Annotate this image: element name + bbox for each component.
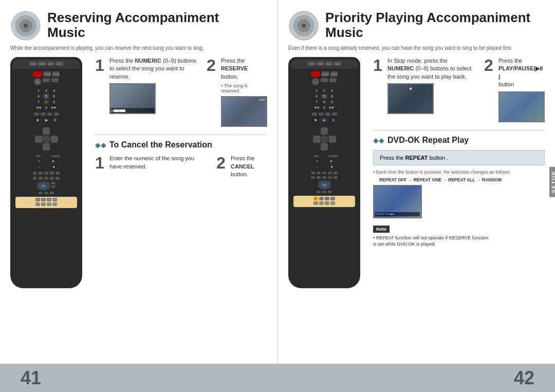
left-steps: 1 Press the NUMERIC (0–9) buttons to sel… bbox=[95, 57, 267, 288]
spacer-mid2 bbox=[44, 159, 49, 163]
remote-body: DISC TUNER AUX DISC ALBUM COLOR bbox=[10, 57, 82, 288]
step2-number: 2 bbox=[207, 57, 217, 73]
rr-sing-5 bbox=[334, 176, 338, 179]
screen-preview-repeat: REPEAT OFF ▶▶▶ bbox=[373, 185, 422, 218]
dpad bbox=[35, 127, 58, 151]
reserve-area-highlight: R C S B bbox=[15, 197, 77, 208]
extra-row-btn-4 bbox=[52, 202, 57, 206]
note-reserved: • The song is reserved. bbox=[221, 83, 267, 94]
screen-preview-right-inner-1: ⏰ bbox=[388, 84, 433, 113]
repeat-btn-highlight: R bbox=[313, 197, 318, 200]
rr-num9: 9 bbox=[329, 100, 335, 104]
screen-bar-1: ▶ ████████ bbox=[110, 108, 155, 113]
note-section: Note • REPEAT function will not operate … bbox=[373, 223, 545, 248]
prio-step1: 1 In Stop mode, press the NUMERIC (0–9) … bbox=[373, 57, 474, 114]
left-content-area: DISC TUNER AUX DISC ALBUM COLOR bbox=[10, 57, 267, 288]
note-content-1: • REPEAT function will not operate if RE… bbox=[373, 235, 545, 241]
spacer-mid bbox=[44, 155, 49, 158]
prio-step1-number: 1 bbox=[373, 57, 383, 73]
mode-btn: OK bbox=[37, 182, 50, 190]
zoom-btn bbox=[39, 192, 43, 194]
sing-btn-3 bbox=[44, 177, 48, 180]
screen-preview-inner-1: ▶ ████████ bbox=[110, 84, 155, 113]
rr-f2 bbox=[319, 113, 324, 116]
rr-btn-1: DISC bbox=[308, 62, 315, 66]
note-label: Note bbox=[373, 226, 390, 233]
rr-mid3 bbox=[322, 164, 327, 169]
remote-btn-3: AUX bbox=[47, 62, 54, 66]
disc-icon-left bbox=[10, 10, 41, 41]
right-header: Priority Playing Accompaniment Music bbox=[288, 10, 545, 41]
right-steps: 1 In Stop mode, press the NUMERIC (0–9) … bbox=[373, 57, 545, 288]
rr-btn-2: TUNER bbox=[317, 62, 324, 66]
btn-b bbox=[51, 78, 59, 82]
setup-tab: SETUP bbox=[549, 166, 555, 197]
rr-spacer-mid bbox=[322, 155, 327, 158]
rr-stop-btn: ■ bbox=[312, 118, 319, 122]
rr-er-2 bbox=[319, 201, 324, 205]
dvd-ok-title-row: ◆◆ DVD-OK Repeat Play bbox=[373, 136, 545, 145]
power-btn bbox=[33, 71, 42, 77]
cancel-step1-text: Enter the numeric of the song you have r… bbox=[109, 155, 206, 171]
main-content: Reserving Accompaniment Music While the … bbox=[0, 0, 555, 364]
rr-num0: 0 bbox=[321, 105, 327, 110]
next-btn: ▶▶ bbox=[51, 105, 57, 110]
rr-er-3 bbox=[325, 201, 329, 205]
screen-preview-inner-2: 1/100 bbox=[222, 97, 266, 126]
rr-misc-4 bbox=[328, 172, 332, 174]
repeat-suffix: button . bbox=[428, 155, 448, 161]
screen-preview-right-1: ⏰ bbox=[387, 83, 434, 114]
rr-color-btn: COLOR bbox=[330, 71, 338, 77]
remote-btn-1: DISC bbox=[30, 62, 37, 66]
cancel-btn: C bbox=[41, 198, 46, 201]
rr-btn-a bbox=[321, 78, 328, 82]
rr-misc-2 bbox=[317, 172, 321, 174]
tuning-left: ◂ bbox=[50, 164, 57, 169]
rr-dpad-right bbox=[329, 136, 336, 143]
misc-btn-3 bbox=[44, 172, 48, 175]
zoom-btn2 bbox=[44, 192, 48, 194]
rr-btn-4: DISC bbox=[334, 62, 341, 66]
cancel-diamonds: ◆◆ bbox=[95, 141, 106, 149]
svg-point-3 bbox=[24, 24, 28, 28]
misc-btn-4 bbox=[50, 172, 54, 175]
step1-text: Press the NUMERIC (0–9) buttons to selec… bbox=[109, 57, 196, 81]
rr-ok-btn: OK bbox=[320, 180, 329, 190]
rr-res-btn-3 bbox=[325, 197, 329, 200]
rr-er-4 bbox=[330, 201, 335, 205]
rr-dpad bbox=[313, 127, 336, 151]
repeat-sequence-text: REPEAT OFF → REPEAT ONE → REPEAT ALL → R… bbox=[379, 177, 545, 182]
repeat-screen-bar: REPEAT OFF ▶▶▶ bbox=[375, 212, 420, 216]
num0: 0 bbox=[43, 105, 49, 110]
repeat-bold: REPEAT bbox=[405, 155, 428, 161]
right-subtitle: Even if there is a song already reserved… bbox=[288, 45, 545, 51]
screen-preview-repeat-inner: REPEAT OFF ▶▶▶ bbox=[374, 186, 421, 217]
rr-num8: 8 bbox=[321, 100, 327, 104]
page-container: Reserving Accompaniment Music While the … bbox=[0, 0, 555, 392]
rr-play-btn-highlight: ▶ bbox=[321, 118, 328, 122]
num7: 7 bbox=[35, 100, 42, 104]
rr-album-btn: ALBUM bbox=[322, 71, 329, 77]
rr-misc-1 bbox=[311, 172, 315, 174]
vol-down: - bbox=[36, 164, 42, 169]
prev-btn: ◀◀ bbox=[35, 105, 42, 110]
repeat-prefix: Press the bbox=[380, 155, 405, 161]
prio-step1-content: In Stop mode, press the NUMERIC (0–9) bu… bbox=[387, 57, 474, 114]
main-steps-pair: 1 Press the NUMERIC (0–9) buttons to sel… bbox=[95, 57, 267, 127]
right-title: Priority Playing Accompaniment Music bbox=[325, 10, 530, 40]
page-number-right: 42 bbox=[514, 367, 534, 389]
dpad-up bbox=[43, 127, 50, 135]
screen-preview-left-1: ▶ ████████ bbox=[109, 83, 156, 114]
dpad-left bbox=[35, 136, 42, 143]
vol-up: + bbox=[36, 159, 42, 163]
rr-power-circle bbox=[312, 78, 319, 85]
repeat-instruction-box: Press the REPEAT button . bbox=[373, 150, 545, 165]
remote-btn-2: TUNER bbox=[39, 62, 46, 66]
cancel-title-row: ◆◆ To Cancel the Reservation bbox=[95, 140, 267, 150]
rr-vol-label: VOL bbox=[313, 155, 320, 158]
remote-top-right: DISC TUNER AUX DISC bbox=[291, 60, 358, 69]
ok-btn: OK bbox=[39, 181, 48, 191]
tuning-right: ▸ bbox=[50, 159, 57, 163]
rr-prev-btn: ◀◀ bbox=[313, 105, 320, 110]
rr-res-btn-2 bbox=[319, 197, 324, 200]
